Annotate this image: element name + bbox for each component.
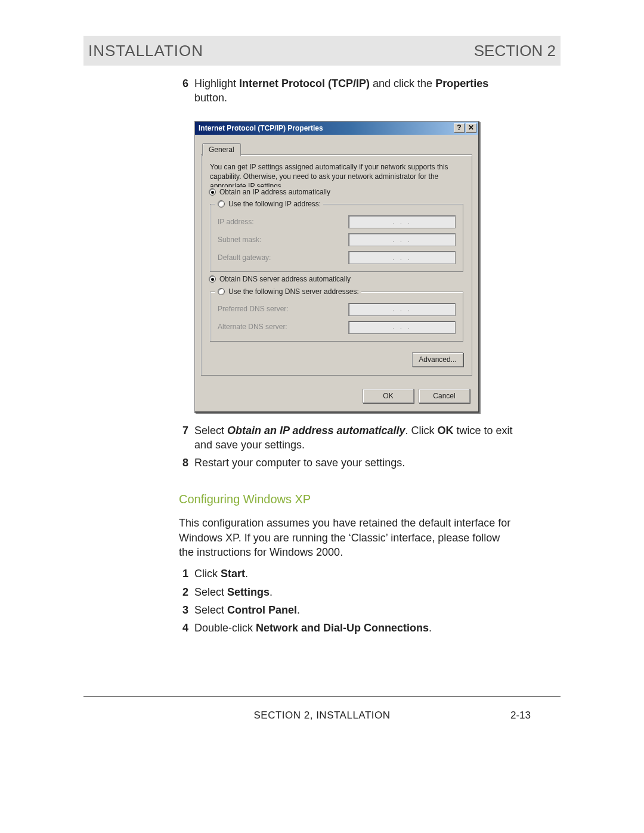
ip-address-group: Use the following IP address: IP address… [210, 204, 463, 272]
step-text: Restart your computer to save your setti… [194, 456, 513, 470]
radio-icon [218, 288, 225, 295]
dialog-title: Internet Protocol (TCP/IP) Properties [199, 123, 323, 133]
step-text: Click Start. [194, 566, 513, 581]
ok-button[interactable]: OK [363, 389, 414, 403]
radio-icon [209, 275, 216, 283]
step-number: 4 [179, 621, 194, 635]
input-preferred-dns[interactable]: . . . [348, 303, 456, 316]
dialog-intro-text: You can get IP settings assigned automat… [210, 162, 463, 191]
step-item: 3Select Control Panel. [179, 603, 513, 617]
step-item: 1Click Start. [179, 566, 513, 581]
label-preferred-dns: Preferred DNS server: [218, 304, 289, 314]
radio-label: Use the following DNS server addresses: [228, 287, 359, 296]
step-item: 7Select Obtain an IP address automatical… [179, 423, 513, 453]
step-text: Select Settings. [194, 585, 513, 599]
step-list: 7Select Obtain an IP address automatical… [179, 423, 513, 470]
tcpip-properties-dialog: Internet Protocol (TCP/IP) Properties ? … [194, 121, 513, 413]
radio-icon [209, 188, 216, 196]
header-title-right: SECTION 2 [474, 42, 556, 60]
step-item: 4Double-click Network and Dial-Up Connec… [179, 621, 513, 635]
step-list: 1Click Start.2Select Settings.3Select Co… [179, 566, 513, 635]
footer-divider [83, 696, 561, 697]
cancel-button[interactable]: Cancel [419, 389, 470, 403]
input-ip-address[interactable]: . . . [348, 215, 456, 228]
step-text: Select Control Panel. [194, 603, 513, 617]
step-number: 1 [179, 566, 194, 581]
dns-server-group: Use the following DNS server addresses: … [210, 292, 463, 342]
radio-label: Obtain an IP address automatically [219, 187, 330, 197]
step-list: 6Highlight Internet Protocol (TCP/IP) an… [179, 76, 513, 106]
label-default-gateway: Default gateway: [218, 253, 271, 262]
tab-general[interactable]: General [202, 143, 241, 156]
radio-label: Use the following IP address: [228, 199, 321, 209]
input-default-gateway[interactable]: . . . [348, 251, 456, 264]
step-text: Highlight Internet Protocol (TCP/IP) and… [194, 76, 513, 106]
step-item: 2Select Settings. [179, 585, 513, 599]
footer-page-number: 2-13 [510, 710, 531, 721]
xp-intro-paragraph: This configuration assumes you have reta… [179, 516, 513, 559]
step-text: Double-click Network and Dial-Up Connect… [194, 621, 513, 635]
radio-label: Obtain DNS server address automatically [219, 274, 351, 284]
input-subnet-mask[interactable]: . . . [348, 233, 456, 246]
step-text: Select Obtain an IP address automaticall… [194, 423, 513, 453]
radio-dns-manual[interactable]: Use the following DNS server addresses: [215, 287, 361, 296]
input-alternate-dns[interactable]: . . . [348, 321, 456, 334]
step-item: 8Restart your computer to save your sett… [179, 456, 513, 470]
close-button[interactable]: ✕ [466, 123, 476, 133]
step-number: 6 [179, 76, 194, 106]
advanced-button[interactable]: Advanced... [412, 352, 463, 367]
label-alternate-dns: Alternate DNS server: [218, 322, 287, 332]
radio-ip-auto[interactable]: Obtain an IP address automatically [206, 187, 333, 197]
radio-ip-manual[interactable]: Use the following IP address: [215, 199, 323, 209]
dialog-titlebar: Internet Protocol (TCP/IP) Properties ? … [195, 122, 478, 135]
label-subnet-mask: Subnet mask: [218, 235, 261, 244]
step-number: 7 [179, 423, 194, 453]
label-ip-address: IP address: [218, 217, 253, 227]
page-header: INSTALLATION SECTION 2 [83, 36, 561, 66]
subheading-configuring-xp: Configuring Windows XP [179, 491, 513, 507]
radio-dns-auto[interactable]: Obtain DNS server address automatically [206, 274, 353, 284]
radio-icon [218, 200, 225, 208]
step-number: 8 [179, 456, 194, 470]
footer-center: SECTION 2, INSTALLATION [0, 710, 644, 721]
help-button[interactable]: ? [454, 123, 465, 133]
step-item: 6Highlight Internet Protocol (TCP/IP) an… [179, 76, 513, 106]
header-title-left: INSTALLATION [88, 42, 203, 60]
step-number: 2 [179, 585, 194, 599]
step-number: 3 [179, 603, 194, 617]
